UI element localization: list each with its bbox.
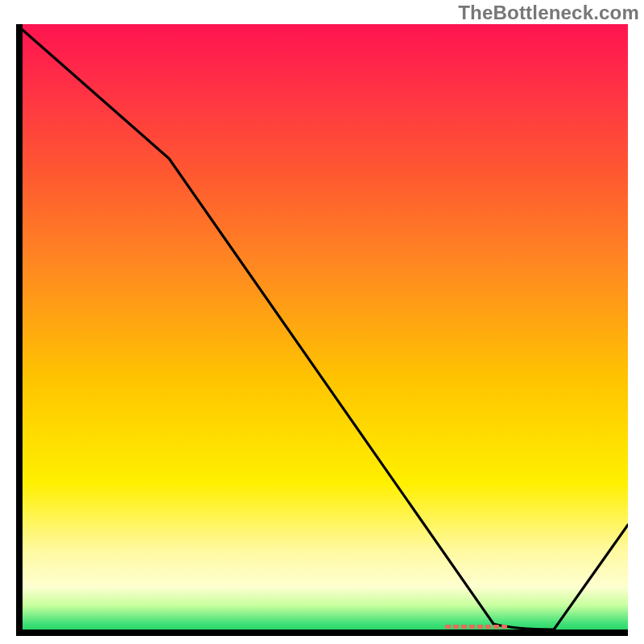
plot-area (16, 24, 628, 636)
chart-root: TheBottleneck.com (0, 0, 644, 644)
watermark-text: TheBottleneck.com (458, 2, 639, 24)
gradient-background (16, 24, 628, 636)
